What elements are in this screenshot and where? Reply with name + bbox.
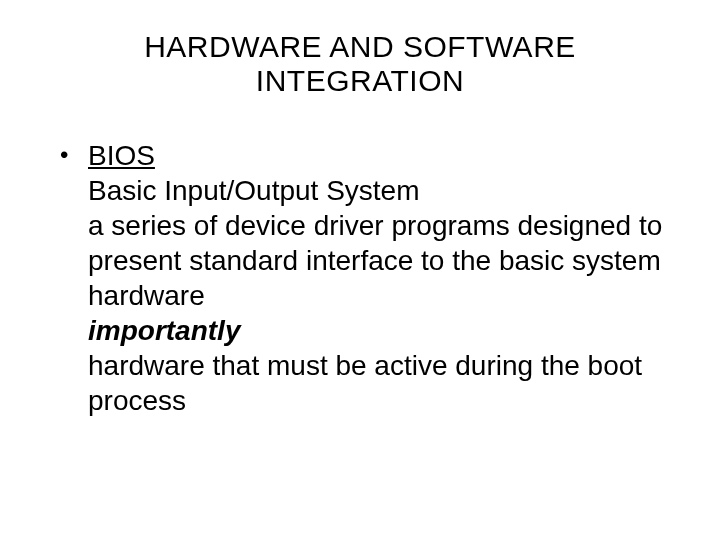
slide-title: HARDWARE AND SOFTWARE INTEGRATION (40, 30, 680, 98)
bullet-term: BIOS (88, 138, 680, 173)
bullet-list: BIOS Basic Input/Output System a series … (40, 138, 680, 418)
bullet-line-2: a series of device driver programs desig… (88, 208, 680, 313)
bullet-emphasis: importantly (88, 313, 680, 348)
slide: HARDWARE AND SOFTWARE INTEGRATION BIOS B… (0, 0, 720, 540)
bullet-item: BIOS Basic Input/Output System a series … (60, 138, 680, 418)
bullet-line-3: hardware that must be active during the … (88, 348, 680, 418)
bullet-line-1: Basic Input/Output System (88, 173, 680, 208)
